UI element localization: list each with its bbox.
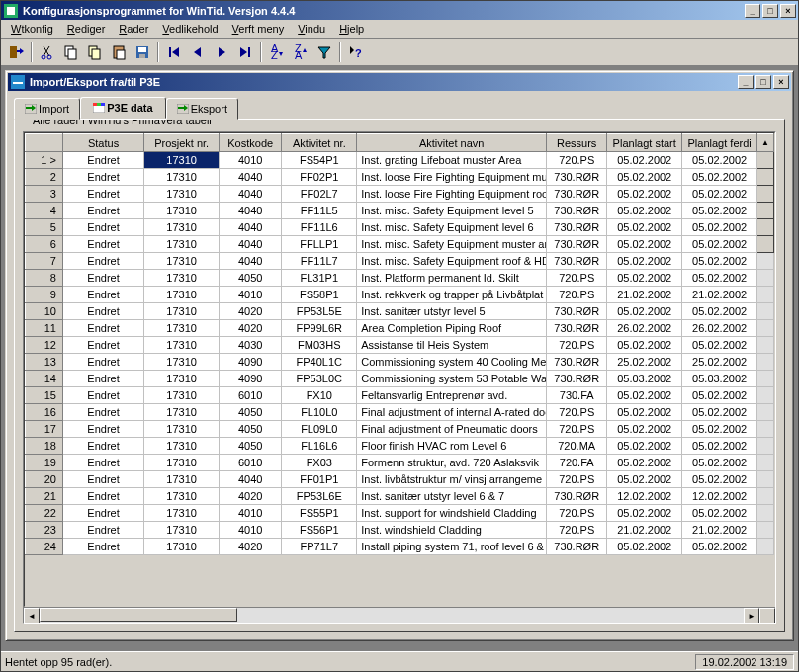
child-titlebar[interactable]: Import/Eksport fra/til P3E _ □ × — [8, 73, 791, 91]
scroll-thumb[interactable] — [40, 608, 237, 622]
cell[interactable]: 730.RØR — [547, 253, 607, 270]
cell[interactable]: Floor finish HVAC rom Level 6 — [357, 438, 547, 455]
toolbar-nav-last[interactable] — [234, 42, 256, 63]
cell[interactable]: 720.PS — [547, 421, 607, 438]
cell[interactable]: 720.MA — [547, 438, 607, 455]
toolbar-sort-asc[interactable]: AZ — [266, 42, 288, 63]
cell[interactable]: FP53L5E — [282, 303, 357, 320]
cell[interactable]: FF01P1 — [282, 471, 357, 488]
cell[interactable]: Endret — [62, 169, 143, 186]
cell[interactable]: 23 — [26, 522, 63, 539]
table-row[interactable]: 9Endret173104010FS58P1Inst. rekkverk og … — [26, 287, 774, 303]
table-row[interactable]: 5Endret173104040FF11L6Inst. misc. Safety… — [26, 219, 774, 236]
cell[interactable]: 17310 — [144, 522, 220, 539]
table-row[interactable]: 24Endret173104020FP71L7Install piping sy… — [26, 539, 774, 555]
cell[interactable]: 05.02.2002 — [607, 505, 682, 522]
cell[interactable]: Endret — [62, 186, 143, 203]
cell[interactable]: 21.02.2002 — [682, 287, 757, 303]
cell[interactable]: 26.02.2002 — [607, 320, 682, 337]
cell[interactable]: 17310 — [144, 371, 220, 387]
cell[interactable]: 720.PS — [547, 505, 607, 522]
cell[interactable]: 4040 — [220, 236, 282, 253]
cell[interactable]: Endret — [62, 455, 143, 471]
cell[interactable]: Inst. livbåtstruktur m/ vinsj arrangeme — [357, 471, 547, 488]
cell[interactable]: 7 — [26, 253, 63, 270]
cell[interactable]: Inst. grating Lifeboat muster Area — [357, 152, 547, 169]
vscroll-cell[interactable] — [757, 488, 774, 505]
vscroll-cell[interactable] — [757, 354, 774, 371]
child-close-button[interactable]: × — [773, 75, 789, 89]
cell[interactable]: 05.02.2002 — [607, 253, 682, 270]
cell[interactable]: Endret — [62, 253, 143, 270]
cell[interactable]: 05.02.2002 — [682, 203, 757, 219]
cell[interactable]: FX10 — [282, 387, 357, 404]
cell[interactable]: 24 — [26, 539, 63, 555]
cell[interactable]: FF02P1 — [282, 169, 357, 186]
cell[interactable]: 730.RØR — [547, 169, 607, 186]
cell[interactable]: 05.02.2002 — [607, 270, 682, 287]
cell[interactable]: 4050 — [220, 421, 282, 438]
cell[interactable]: 730.RØR — [547, 371, 607, 387]
cell[interactable]: 05.02.2002 — [682, 219, 757, 236]
toolbar-copy2[interactable] — [84, 42, 106, 63]
col-header[interactable]: Prosjekt nr. — [144, 134, 220, 152]
cell[interactable]: 05.02.2002 — [607, 539, 682, 555]
cell[interactable]: 26.02.2002 — [682, 320, 757, 337]
cell[interactable]: 05.02.2002 — [607, 421, 682, 438]
cell[interactable]: 25.02.2002 — [682, 354, 757, 371]
cell[interactable]: 05.02.2002 — [607, 471, 682, 488]
cell[interactable]: 3 — [26, 186, 63, 203]
cell[interactable]: 21.02.2002 — [682, 522, 757, 539]
cell[interactable]: 17310 — [144, 488, 220, 505]
cell[interactable]: 4050 — [220, 404, 282, 421]
cell[interactable]: 05.02.2002 — [607, 169, 682, 186]
vscroll-cell[interactable] — [757, 253, 774, 270]
data-table[interactable]: StatusProsjekt nr.KostkodeAktivitet nr.A… — [25, 133, 774, 555]
cell[interactable]: 05.02.2002 — [682, 152, 757, 169]
cell[interactable]: 720.PS — [547, 287, 607, 303]
cell[interactable]: 730.RØR — [547, 320, 607, 337]
cell[interactable]: 4050 — [220, 270, 282, 287]
vscroll-cell[interactable] — [757, 505, 774, 522]
cell[interactable]: 05.02.2002 — [607, 152, 682, 169]
cell[interactable]: 05.02.2002 — [607, 236, 682, 253]
cell[interactable]: Inst. sanitær utstyr level 5 — [357, 303, 547, 320]
cell[interactable]: 730.RØR — [547, 539, 607, 555]
table-row[interactable]: 15Endret173106010FX10Feltansvarlig Entre… — [26, 387, 774, 404]
cell[interactable]: 21 — [26, 488, 63, 505]
cell[interactable]: 05.02.2002 — [682, 505, 757, 522]
scroll-up-corner[interactable]: ▲ — [757, 134, 774, 152]
col-header[interactable]: Planlagt start — [607, 134, 682, 152]
cell[interactable]: 05.02.2002 — [682, 253, 757, 270]
cell[interactable]: 17310 — [144, 438, 220, 455]
cell[interactable]: 05.02.2002 — [682, 236, 757, 253]
table-row[interactable]: 1 >Endret173104010FS54P1Inst. grating Li… — [26, 152, 774, 169]
menu-indu[interactable]: Vindu — [292, 21, 331, 37]
cell[interactable]: 20 — [26, 471, 63, 488]
cell[interactable]: Endret — [62, 236, 143, 253]
cell[interactable]: 05.02.2002 — [682, 387, 757, 404]
table-row[interactable]: 19Endret173106010FX03Formenn struktur, a… — [26, 455, 774, 471]
cell[interactable]: 720.PS — [547, 404, 607, 421]
cell[interactable]: 12 — [26, 337, 63, 354]
cell[interactable]: Endret — [62, 219, 143, 236]
cell[interactable]: FP53L6E — [282, 488, 357, 505]
vscroll-cell[interactable] — [757, 421, 774, 438]
cell[interactable]: 730.RØR — [547, 186, 607, 203]
cell[interactable]: 05.02.2002 — [682, 539, 757, 555]
menu-ader[interactable]: Rader — [113, 21, 154, 37]
cell[interactable]: FS58P1 — [282, 287, 357, 303]
menu-edlikehold[interactable]: Vedlikehold — [156, 21, 223, 37]
table-row[interactable]: 7Endret173104040FF11L7Inst. misc. Safety… — [26, 253, 774, 270]
cell[interactable]: 17310 — [144, 186, 220, 203]
horizontal-scrollbar[interactable]: ◄ ► — [24, 607, 775, 623]
cell[interactable]: 19 — [26, 455, 63, 471]
toolbar-filter[interactable] — [313, 42, 335, 63]
cell[interactable]: Commissioning system 40 Cooling Mec — [357, 354, 547, 371]
cell[interactable]: Inst. loose Fire Fighting Equipment mu — [357, 169, 547, 186]
cell[interactable]: Inst. misc. Safety Equipment level 6 — [357, 219, 547, 236]
table-row[interactable]: 21Endret173104020FP53L6EInst. sanitær ut… — [26, 488, 774, 505]
cell[interactable]: 05.02.2002 — [682, 337, 757, 354]
child-minimize-button[interactable]: _ — [738, 75, 754, 89]
cell[interactable]: 4090 — [220, 354, 282, 371]
